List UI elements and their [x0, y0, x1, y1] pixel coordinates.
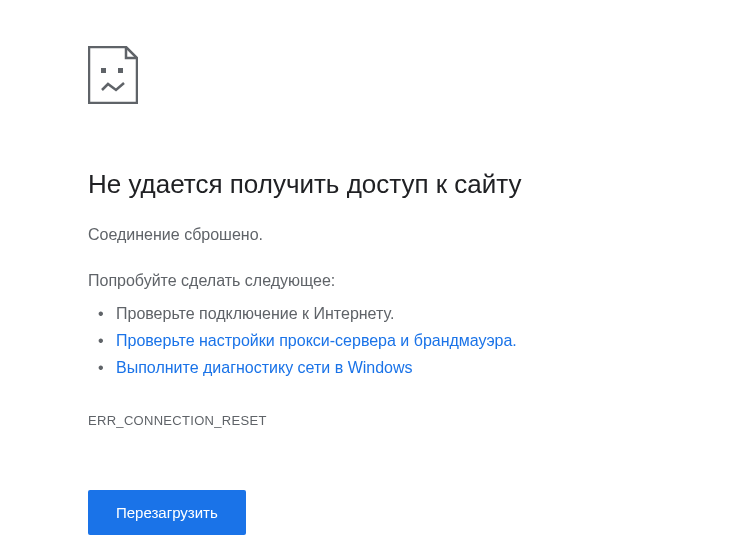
- suggestion-list: Проверьте подключение к Интернету. Прове…: [88, 300, 746, 382]
- suggestion-text: Проверьте подключение к Интернету.: [116, 305, 394, 322]
- error-subtitle: Соединение сброшено.: [88, 226, 746, 244]
- sad-page-icon: [88, 46, 746, 108]
- error-title: Не удается получить доступ к сайту: [88, 168, 746, 202]
- suggestion-link-proxy[interactable]: Проверьте настройки прокси-сервера и бра…: [116, 332, 517, 349]
- list-item: Проверьте настройки прокси-сервера и бра…: [116, 327, 746, 354]
- list-item: Выполните диагностику сети в Windows: [116, 354, 746, 381]
- svg-rect-1: [118, 68, 123, 73]
- error-code: ERR_CONNECTION_RESET: [88, 413, 746, 428]
- suggestion-link-diagnostics[interactable]: Выполните диагностику сети в Windows: [116, 359, 413, 376]
- svg-rect-0: [101, 68, 106, 73]
- reload-button[interactable]: Перезагрузить: [88, 490, 246, 535]
- try-label: Попробуйте сделать следующее:: [88, 272, 746, 290]
- list-item: Проверьте подключение к Интернету.: [116, 300, 746, 327]
